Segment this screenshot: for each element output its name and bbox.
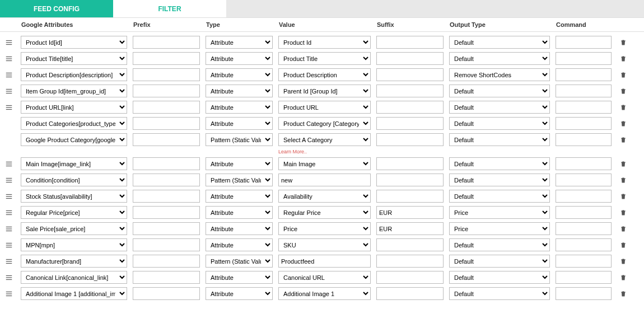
output-type-select[interactable]: Default [449,238,550,251]
output-type-select[interactable]: Default [449,52,550,65]
delete-icon[interactable] [614,274,632,282]
google-attribute-select[interactable]: Regular Price[price] [21,206,127,219]
type-select[interactable]: Attribute [206,117,273,130]
command-input[interactable] [556,36,612,49]
suffix-input[interactable] [376,206,444,219]
value-input[interactable] [278,255,371,268]
delete-icon[interactable] [614,104,632,111]
value-select[interactable]: Select A Category [278,133,371,146]
delete-icon[interactable] [614,290,632,298]
suffix-input[interactable] [376,117,444,130]
value-select[interactable]: Product Category [Category Path] [278,117,371,130]
prefix-input[interactable] [133,52,200,65]
drag-handle-icon[interactable] [0,225,18,233]
delete-icon[interactable] [614,120,632,128]
prefix-input[interactable] [133,117,200,130]
prefix-input[interactable] [133,206,200,219]
output-type-select[interactable]: Default [449,117,550,130]
type-select[interactable]: Attribute [206,85,273,97]
delete-icon[interactable] [614,209,632,217]
drag-handle-icon[interactable] [0,87,18,95]
output-type-select[interactable]: Default [449,85,550,97]
google-attribute-select[interactable]: Stock Status[availability] [21,190,127,203]
value-select[interactable]: Product Title [278,52,371,65]
type-select[interactable]: Attribute [206,101,273,114]
suffix-input[interactable] [376,85,444,97]
delete-icon[interactable] [614,176,632,184]
google-attribute-select[interactable]: Product Title[title] [21,52,127,65]
command-input[interactable] [556,68,612,81]
type-select[interactable]: Pattern (Static Value) [206,174,273,186]
suffix-input[interactable] [376,36,444,49]
prefix-input[interactable] [133,271,200,284]
output-type-select[interactable]: Price [449,206,550,219]
type-select[interactable]: Pattern (Static Value) [206,255,273,268]
output-type-select[interactable]: Default [449,157,550,170]
google-attribute-select[interactable]: MPN[mpn] [21,238,127,251]
suffix-input[interactable] [376,157,444,170]
delete-icon[interactable] [614,160,632,168]
type-select[interactable]: Attribute [206,36,273,49]
prefix-input[interactable] [133,68,200,81]
type-select[interactable]: Attribute [206,52,273,65]
output-type-select[interactable]: Default [449,255,550,268]
output-type-select[interactable]: Default [449,133,550,146]
value-select[interactable]: Parent Id [Group Id] [278,85,371,97]
value-select[interactable]: Product URL [278,101,371,114]
google-attribute-select[interactable]: Manufacturer[brand] [21,255,127,268]
prefix-input[interactable] [133,133,200,146]
suffix-input[interactable] [376,238,444,251]
prefix-input[interactable] [133,287,200,300]
delete-icon[interactable] [614,71,632,79]
command-input[interactable] [556,117,612,130]
prefix-input[interactable] [133,255,200,268]
prefix-input[interactable] [133,36,200,49]
output-type-select[interactable]: Default [449,36,550,49]
drag-handle-icon[interactable] [0,209,18,217]
command-input[interactable] [556,255,612,268]
google-attribute-select[interactable]: Condition[condition] [21,174,127,186]
command-input[interactable] [556,222,612,235]
drag-handle-icon[interactable] [0,241,18,249]
drag-handle-icon[interactable] [0,160,18,168]
suffix-input[interactable] [376,52,444,65]
output-type-select[interactable]: Default [449,174,550,186]
suffix-input[interactable] [376,133,444,146]
google-attribute-select[interactable]: Main Image[image_link] [21,157,127,170]
suffix-input[interactable] [376,101,444,114]
type-select[interactable]: Attribute [206,190,273,203]
prefix-input[interactable] [133,190,200,203]
suffix-input[interactable] [376,255,444,268]
value-select[interactable]: SKU [278,238,371,251]
output-type-select[interactable]: Price [449,222,550,235]
google-attribute-select[interactable]: Product Description[description] [21,68,127,81]
google-attribute-select[interactable]: Canonical Link[canonical_link] [21,271,127,284]
drag-handle-icon[interactable] [0,257,18,265]
value-select[interactable]: Regular Price [278,206,371,219]
value-select[interactable]: Product Id [278,36,371,49]
output-type-select[interactable]: Default [449,101,550,114]
suffix-input[interactable] [376,222,444,235]
type-select[interactable]: Attribute [206,68,273,81]
delete-icon[interactable] [614,55,632,63]
delete-icon[interactable] [614,241,632,249]
command-input[interactable] [556,157,612,170]
output-type-select[interactable]: Default [449,271,550,284]
prefix-input[interactable] [133,157,200,170]
google-attribute-select[interactable]: Product Categories[product_type] [21,117,127,130]
google-attribute-select[interactable]: Product URL[link] [21,101,127,114]
value-select[interactable]: Availability [278,190,371,203]
suffix-input[interactable] [376,287,444,300]
command-input[interactable] [556,271,612,284]
output-type-select[interactable]: Default [449,190,550,203]
suffix-input[interactable] [376,68,444,81]
command-input[interactable] [556,238,612,251]
value-select[interactable]: Additional Image 1 [278,287,371,300]
command-input[interactable] [556,174,612,186]
value-input[interactable] [278,174,371,186]
suffix-input[interactable] [376,190,444,203]
value-select[interactable]: Canonical URL [278,271,371,284]
drag-handle-icon[interactable] [0,290,18,298]
drag-handle-icon[interactable] [0,193,18,200]
value-select[interactable]: Main Image [278,157,371,170]
